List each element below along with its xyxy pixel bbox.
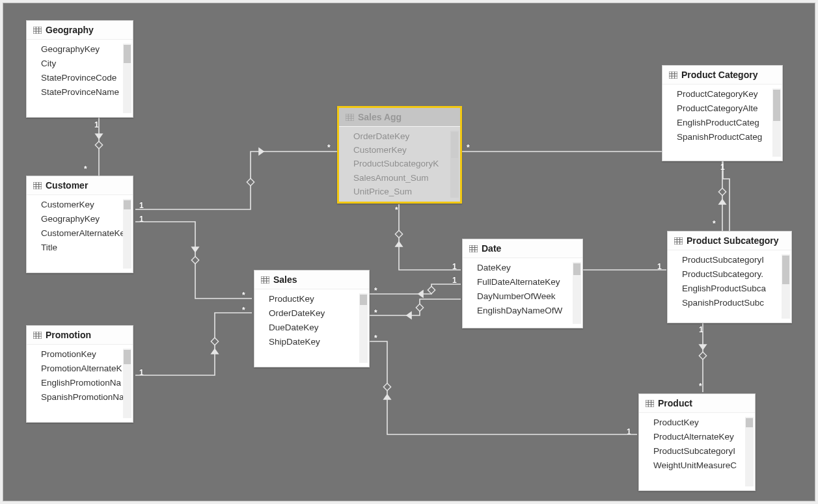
field-item[interactable]: Title xyxy=(41,241,123,255)
field-item[interactable]: DueDateKey xyxy=(269,321,359,335)
field-item[interactable]: CustomerKey xyxy=(41,198,123,212)
table-icon xyxy=(33,332,42,339)
card-one: 1 xyxy=(720,163,725,172)
table-icon xyxy=(646,400,654,407)
card-many: * xyxy=(699,382,702,391)
table-date[interactable]: Date DateKey FullDateAlternateKey ΣDayNu… xyxy=(462,239,583,328)
card-one: 1 xyxy=(452,262,457,271)
table-icon xyxy=(33,27,42,34)
table-header[interactable]: Customer xyxy=(27,176,133,195)
table-title: Date xyxy=(482,243,501,254)
field-item[interactable]: ProductAlternateKey xyxy=(653,430,745,444)
table-header[interactable]: Promotion xyxy=(27,326,133,345)
card-many: * xyxy=(713,219,716,228)
table-header[interactable]: Date xyxy=(463,239,582,258)
field-item[interactable]: SpanishProductCateg xyxy=(677,130,772,144)
card-many: * xyxy=(374,286,377,295)
table-header[interactable]: Sales Agg xyxy=(339,108,460,127)
table-product-subcategory[interactable]: Product Subcategory ProductSubcategoryI … xyxy=(667,231,792,323)
field-item[interactable]: CustomerKey xyxy=(353,143,450,157)
field-list: GeographyKey City StateProvinceCode Stat… xyxy=(27,42,123,114)
svg-rect-21 xyxy=(261,276,269,284)
field-item[interactable]: GeographyKey xyxy=(41,212,123,226)
field-item[interactable]: GeographyKey xyxy=(41,42,123,57)
field-item[interactable]: ΣShipDateKey xyxy=(269,335,359,349)
card-one: 1 xyxy=(452,276,457,285)
field-item[interactable]: StateProvinceName xyxy=(41,85,123,99)
svg-rect-11 xyxy=(33,332,42,339)
card-one: 1 xyxy=(94,120,99,129)
table-header[interactable]: Product xyxy=(639,394,755,413)
field-item[interactable]: ProductSubcategoryK xyxy=(353,157,450,171)
table-icon xyxy=(261,276,269,284)
card-many: * xyxy=(242,291,245,300)
table-title: Product Category xyxy=(681,70,757,80)
card-one: 1 xyxy=(699,325,703,334)
field-item[interactable]: ProductSubcategoryI xyxy=(682,253,782,267)
scrollbar[interactable] xyxy=(450,131,459,198)
field-item[interactable]: ProductSubcategoryI xyxy=(653,444,745,458)
scrollbar[interactable] xyxy=(745,417,754,486)
field-item[interactable]: City xyxy=(41,57,123,71)
table-sales[interactable]: Sales ProductKey ΣOrderDateKey DueDateKe… xyxy=(254,270,370,367)
svg-rect-31 xyxy=(669,72,677,79)
table-promotion[interactable]: Promotion PromotionKey PromotionAlternat… xyxy=(26,325,133,423)
scrollbar[interactable] xyxy=(772,88,781,157)
table-title: Product Subcategory xyxy=(687,235,779,246)
table-product[interactable]: Product ProductKey ProductAlternateKey P… xyxy=(638,393,756,491)
card-one: 1 xyxy=(627,427,631,436)
table-product-category[interactable]: Product Category ProductCategoryKey Prod… xyxy=(662,65,783,161)
model-canvas[interactable]: 1 * 1 * 1 * 1 * * 1 * 1 * * 1 * 1 1 * 1 … xyxy=(3,3,815,501)
field-item[interactable]: DateKey xyxy=(477,261,573,275)
table-header[interactable]: Product Category xyxy=(662,66,782,85)
field-item[interactable]: PromotionKey xyxy=(41,347,123,362)
field-list: ProductSubcategoryI ΣProductSubcategory.… xyxy=(668,253,782,320)
table-geography[interactable]: Geography GeographyKey City StateProvinc… xyxy=(26,20,133,118)
field-item[interactable]: SpanishProductSubc xyxy=(682,296,782,310)
card-many: * xyxy=(327,143,331,152)
field-list: CustomerKey GeographyKey CustomerAlterna… xyxy=(27,198,123,270)
field-item[interactable]: ProductCategoryAlte xyxy=(677,101,772,116)
table-header[interactable]: Sales xyxy=(254,271,369,289)
scrollbar[interactable] xyxy=(123,349,131,418)
card-many: * xyxy=(395,206,398,215)
scrollbar[interactable] xyxy=(123,199,131,269)
scrollbar[interactable] xyxy=(359,293,368,363)
field-item[interactable]: ΣDayNumberOfWeek xyxy=(477,289,573,304)
field-item[interactable]: FullDateAlternateKey xyxy=(477,275,573,289)
field-item[interactable]: EnglishProductCateg xyxy=(677,116,772,130)
field-item[interactable]: ProductCategoryKey xyxy=(677,87,772,101)
field-item[interactable]: ProductKey xyxy=(653,416,745,430)
field-item[interactable]: OrderDateKey xyxy=(353,129,450,143)
card-many: * xyxy=(374,334,377,343)
field-item[interactable]: ΣUnitPrice_Sum xyxy=(353,185,450,199)
field-item[interactable]: PromotionAlternateK xyxy=(41,362,123,376)
table-header[interactable]: Product Subcategory xyxy=(668,232,791,250)
field-item[interactable]: EnglishPromotionNa xyxy=(41,376,123,390)
table-header[interactable]: Geography xyxy=(27,21,133,40)
table-icon xyxy=(33,182,42,189)
field-item[interactable]: WeightUnitMeasureC xyxy=(653,458,745,473)
field-item[interactable]: StateProvinceCode xyxy=(41,71,123,85)
field-item[interactable]: EnglishDayNameOfW xyxy=(477,304,573,318)
field-item[interactable]: EnglishProductSubca xyxy=(682,282,782,296)
table-sales-agg[interactable]: Sales Agg OrderDateKey CustomerKey Produ… xyxy=(337,106,462,204)
svg-rect-16 xyxy=(346,114,354,121)
field-item[interactable]: ΣProductSubcategory. xyxy=(682,267,782,282)
card-one: 1 xyxy=(139,368,144,377)
scrollbar[interactable] xyxy=(123,44,131,113)
scrollbar[interactable] xyxy=(573,262,581,324)
table-customer[interactable]: Customer CustomerKey GeographyKey Custom… xyxy=(26,176,133,273)
table-title: Customer xyxy=(46,180,88,191)
table-title: Product xyxy=(658,398,692,408)
field-list: ProductKey ProductAlternateKey ProductSu… xyxy=(639,416,745,488)
field-item[interactable]: ΣOrderDateKey xyxy=(269,306,359,321)
field-item[interactable]: ProductKey xyxy=(269,292,359,306)
field-item[interactable]: CustomerAlternateKe xyxy=(41,226,123,241)
svg-rect-6 xyxy=(33,182,42,189)
scrollbar[interactable] xyxy=(782,254,790,319)
svg-rect-1 xyxy=(33,27,42,34)
card-many: * xyxy=(242,306,245,315)
field-item[interactable]: SpanishPromotionNa xyxy=(41,390,123,405)
field-item[interactable]: ΣSalesAmount_Sum xyxy=(353,171,450,185)
